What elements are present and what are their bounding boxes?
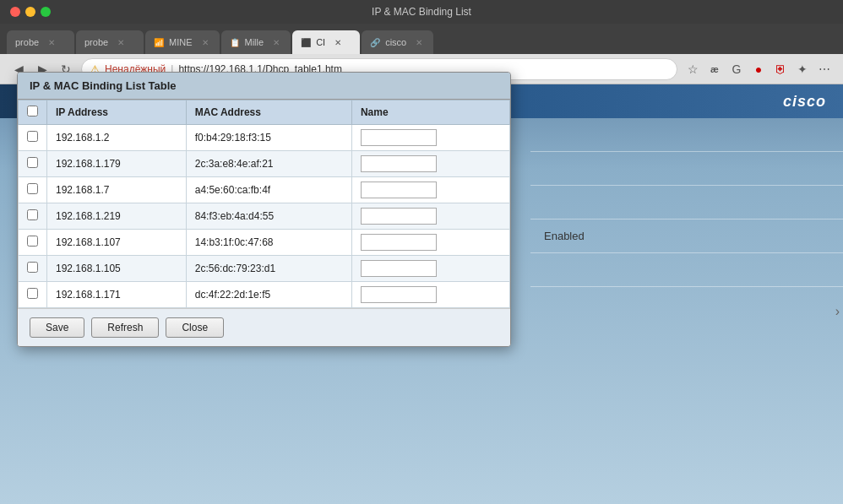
extensions-icon[interactable]: ⋯ <box>816 61 833 78</box>
row-name-input-4[interactable] <box>361 234 437 251</box>
table-row: 192.168.1.219 84:f3:eb:4a:d4:55 <box>19 203 510 230</box>
popup-overlay: IP & MAC Binding List Table IP Address M… <box>0 46 528 504</box>
ae-icon[interactable]: æ <box>706 61 723 78</box>
table-row: 192.168.1.105 2c:56:dc:79:23:d1 <box>19 256 510 282</box>
row-ip-0: 192.168.1.2 <box>47 125 187 151</box>
cisco-logo: cisco <box>783 93 826 111</box>
row-checkbox-cell <box>19 230 47 256</box>
row-ip-6: 192.168.1.171 <box>47 282 187 308</box>
row-name-cell-6 <box>351 282 509 308</box>
row-checkbox-6[interactable] <box>27 288 38 299</box>
row-mac-0: f0:b4:29:18:f3:15 <box>186 125 351 151</box>
table-header-row: IP Address MAC Address Name <box>19 100 510 125</box>
popup-footer: Save Refresh Close <box>18 308 510 346</box>
toolbar-icons: ☆ æ G ● ⛨ ✦ ⋯ <box>684 61 833 78</box>
row-checkbox-1[interactable] <box>27 157 38 168</box>
row-name-input-5[interactable] <box>361 260 437 277</box>
row-name-cell-3 <box>351 203 509 230</box>
refresh-button[interactable]: Refresh <box>91 317 159 338</box>
row-mac-2: a4:5e:60:ca:fb:4f <box>186 177 351 203</box>
table-row: 192.168.1.107 14:b3:1f:0c:47:68 <box>19 230 510 256</box>
tab-cisco-icon: ⬛ <box>301 38 311 47</box>
row-name-input-3[interactable] <box>361 208 437 225</box>
sidebar-row-3 <box>530 186 843 219</box>
row-mac-6: dc:4f:22:2d:1e:f5 <box>186 282 351 308</box>
col-checkbox <box>19 100 47 125</box>
row-ip-2: 192.168.1.7 <box>47 177 187 203</box>
window-maximize-button[interactable] <box>41 7 51 17</box>
enabled-label: Enabled <box>544 230 585 242</box>
row-checkbox-cell <box>19 177 47 203</box>
row-name-cell-2 <box>351 177 509 203</box>
row-name-input-6[interactable] <box>361 286 437 303</box>
sidebar-row-1 <box>530 118 843 152</box>
row-checkbox-cell <box>19 151 47 177</box>
window-controls <box>10 7 51 17</box>
col-ip: IP Address <box>47 100 187 125</box>
row-ip-4: 192.168.1.107 <box>47 230 187 256</box>
row-checkbox-4[interactable] <box>27 236 38 247</box>
row-mac-5: 2c:56:dc:79:23:d1 <box>186 256 351 282</box>
binding-table: IP Address MAC Address Name 192.168.1.2 … <box>18 100 510 308</box>
row-name-input-2[interactable] <box>361 182 437 198</box>
col-mac: MAC Address <box>186 100 351 125</box>
row-checkbox-cell <box>19 282 47 308</box>
window-title: IP & MAC Binding List <box>372 6 471 18</box>
bookmark-icon[interactable]: ☆ <box>684 61 701 78</box>
select-all-checkbox[interactable] <box>27 106 38 117</box>
row-name-input-1[interactable] <box>361 155 437 172</box>
row-checkbox-cell <box>19 203 47 230</box>
extension2-icon[interactable]: ⛨ <box>772 61 789 78</box>
popup-title: IP & MAC Binding List Table <box>18 73 510 100</box>
row-checkbox-cell <box>19 125 47 151</box>
row-name-cell-0 <box>351 125 509 151</box>
extension3-icon[interactable]: ✦ <box>794 61 811 78</box>
row-name-input-0[interactable] <box>361 129 437 146</box>
window-minimize-button[interactable] <box>25 7 35 17</box>
row-ip-1: 192.168.1.179 <box>47 151 187 177</box>
close-button[interactable]: Close <box>166 317 224 338</box>
row-name-cell-1 <box>351 151 509 177</box>
row-ip-5: 192.168.1.105 <box>47 256 187 282</box>
sidebar-row-enabled: Enabled › <box>530 219 843 253</box>
sidebar-arrow: › <box>835 304 840 319</box>
tab-cisco2-icon: 🔗 <box>370 38 380 47</box>
row-checkbox-0[interactable] <box>27 131 38 142</box>
table-row: 192.168.1.171 dc:4f:22:2d:1e:f5 <box>19 282 510 308</box>
tab-miller-icon: 📋 <box>230 38 240 47</box>
tab-mine-icon: 📶 <box>154 38 164 47</box>
right-panel: Enabled › <box>530 118 843 504</box>
row-ip-3: 192.168.1.219 <box>47 203 187 230</box>
sidebar-row-2 <box>530 152 843 186</box>
row-checkbox-5[interactable] <box>27 262 38 273</box>
title-bar: IP & MAC Binding List <box>0 0 843 24</box>
row-name-cell-5 <box>351 256 509 282</box>
row-mac-1: 2c:3a:e8:4e:af:21 <box>186 151 351 177</box>
row-checkbox-cell <box>19 256 47 282</box>
popup-window: IP & MAC Binding List Table IP Address M… <box>17 72 511 347</box>
translate-icon[interactable]: G <box>728 61 745 78</box>
row-mac-3: 84:f3:eb:4a:d4:55 <box>186 203 351 230</box>
save-button[interactable]: Save <box>30 317 84 338</box>
row-checkbox-3[interactable] <box>27 209 38 220</box>
row-checkbox-2[interactable] <box>27 183 38 194</box>
table-row: 192.168.1.7 a4:5e:60:ca:fb:4f <box>19 177 510 203</box>
extension1-icon[interactable]: ● <box>750 61 767 78</box>
table-row: 192.168.1.179 2c:3a:e8:4e:af:21 <box>19 151 510 177</box>
table-row: 192.168.1.2 f0:b4:29:18:f3:15 <box>19 125 510 151</box>
row-mac-4: 14:b3:1f:0c:47:68 <box>186 230 351 256</box>
row-name-cell-4 <box>351 230 509 256</box>
window-close-button[interactable] <box>10 7 20 17</box>
sidebar-row-5 <box>530 253 843 287</box>
col-name: Name <box>351 100 509 125</box>
